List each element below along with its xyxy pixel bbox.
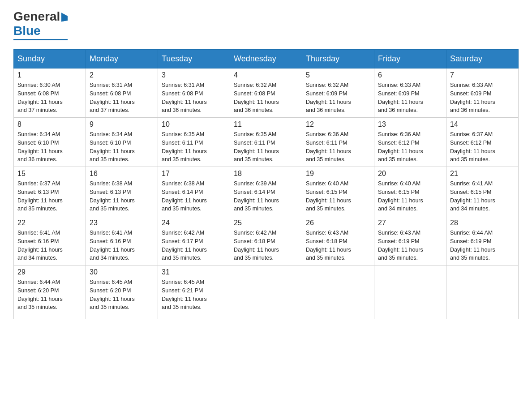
day-number: 2 [90,71,154,79]
logo-underline [13,39,68,40]
calendar-cell: 16Sunrise: 6:38 AM Sunset: 6:13 PM Dayli… [86,167,158,216]
calendar-cell: 2Sunrise: 6:31 AM Sunset: 6:08 PM Daylig… [86,68,158,118]
logo: General Blue [13,9,68,40]
day-info: Sunrise: 6:41 AM Sunset: 6:15 PM Dayligh… [450,180,515,213]
calendar-cell: 18Sunrise: 6:39 AM Sunset: 6:14 PM Dayli… [230,167,302,216]
day-number: 23 [90,219,154,227]
day-info: Sunrise: 6:43 AM Sunset: 6:18 PM Dayligh… [306,229,370,262]
calendar-cell: 29Sunrise: 6:44 AM Sunset: 6:20 PM Dayli… [14,265,86,319]
weekday-header-thursday: Thursday [302,50,374,68]
day-info: Sunrise: 6:33 AM Sunset: 6:09 PM Dayligh… [450,81,515,115]
day-info: Sunrise: 6:44 AM Sunset: 6:20 PM Dayligh… [17,278,82,312]
day-info: Sunrise: 6:41 AM Sunset: 6:16 PM Dayligh… [17,229,82,262]
calendar-cell: 3Sunrise: 6:31 AM Sunset: 6:08 PM Daylig… [158,68,230,118]
day-info: Sunrise: 6:40 AM Sunset: 6:15 PM Dayligh… [306,180,370,213]
day-number: 30 [90,268,154,276]
weekday-header-friday: Friday [374,50,446,68]
calendar-cell: 11Sunrise: 6:35 AM Sunset: 6:11 PM Dayli… [230,118,302,167]
day-number: 31 [162,268,226,276]
day-number: 12 [306,120,370,128]
day-number: 18 [234,170,298,178]
day-number: 21 [450,170,515,178]
calendar-cell: 5Sunrise: 6:32 AM Sunset: 6:09 PM Daylig… [302,68,374,118]
logo-arrow-icon [61,12,68,21]
day-info: Sunrise: 6:43 AM Sunset: 6:19 PM Dayligh… [378,229,442,262]
day-info: Sunrise: 6:31 AM Sunset: 6:08 PM Dayligh… [90,81,154,115]
day-number: 25 [234,219,298,227]
day-number: 9 [90,120,154,128]
day-info: Sunrise: 6:32 AM Sunset: 6:09 PM Dayligh… [306,81,370,115]
calendar-cell [446,265,519,319]
day-info: Sunrise: 6:34 AM Sunset: 6:10 PM Dayligh… [17,130,82,164]
calendar-cell: 13Sunrise: 6:36 AM Sunset: 6:12 PM Dayli… [374,118,446,167]
day-number: 16 [90,170,154,178]
calendar-cell [374,265,446,319]
weekday-header-saturday: Saturday [446,50,519,68]
day-number: 11 [234,120,298,128]
day-info: Sunrise: 6:41 AM Sunset: 6:16 PM Dayligh… [90,229,154,262]
day-info: Sunrise: 6:33 AM Sunset: 6:09 PM Dayligh… [378,81,442,115]
day-info: Sunrise: 6:45 AM Sunset: 6:21 PM Dayligh… [162,278,226,312]
day-number: 17 [162,170,226,178]
calendar-cell [230,265,302,319]
day-number: 26 [306,219,370,227]
day-info: Sunrise: 6:42 AM Sunset: 6:17 PM Dayligh… [162,229,226,262]
calendar-cell: 21Sunrise: 6:41 AM Sunset: 6:15 PM Dayli… [446,167,519,216]
page-header: General Blue [13,9,519,40]
calendar-cell: 27Sunrise: 6:43 AM Sunset: 6:19 PM Dayli… [374,216,446,265]
day-info: Sunrise: 6:42 AM Sunset: 6:18 PM Dayligh… [234,229,298,262]
day-number: 10 [162,120,226,128]
calendar-cell [302,265,374,319]
day-number: 20 [378,170,442,178]
day-info: Sunrise: 6:38 AM Sunset: 6:13 PM Dayligh… [90,180,154,213]
day-number: 14 [450,120,515,128]
logo-blue: Blue [13,23,41,39]
day-number: 22 [17,219,82,227]
day-info: Sunrise: 6:40 AM Sunset: 6:15 PM Dayligh… [378,180,442,213]
calendar-cell: 6Sunrise: 6:33 AM Sunset: 6:09 PM Daylig… [374,68,446,118]
day-number: 27 [378,219,442,227]
day-info: Sunrise: 6:38 AM Sunset: 6:14 PM Dayligh… [162,180,226,213]
calendar-cell: 14Sunrise: 6:37 AM Sunset: 6:12 PM Dayli… [446,118,519,167]
day-info: Sunrise: 6:31 AM Sunset: 6:08 PM Dayligh… [162,81,226,115]
calendar-cell: 12Sunrise: 6:36 AM Sunset: 6:11 PM Dayli… [302,118,374,167]
calendar-cell: 8Sunrise: 6:34 AM Sunset: 6:10 PM Daylig… [14,118,86,167]
logo-general: General [13,9,60,24]
day-number: 6 [378,71,442,79]
day-number: 3 [162,71,226,79]
weekday-header-tuesday: Tuesday [158,50,230,68]
calendar-cell: 25Sunrise: 6:42 AM Sunset: 6:18 PM Dayli… [230,216,302,265]
calendar-cell: 4Sunrise: 6:32 AM Sunset: 6:08 PM Daylig… [230,68,302,118]
calendar-cell: 22Sunrise: 6:41 AM Sunset: 6:16 PM Dayli… [14,216,86,265]
calendar-cell: 30Sunrise: 6:45 AM Sunset: 6:20 PM Dayli… [86,265,158,319]
weekday-header-wednesday: Wednesday [230,50,302,68]
day-info: Sunrise: 6:30 AM Sunset: 6:08 PM Dayligh… [17,81,82,115]
calendar-cell: 1Sunrise: 6:30 AM Sunset: 6:08 PM Daylig… [14,68,86,118]
day-number: 28 [450,219,515,227]
calendar-cell: 7Sunrise: 6:33 AM Sunset: 6:09 PM Daylig… [446,68,519,118]
day-info: Sunrise: 6:36 AM Sunset: 6:11 PM Dayligh… [306,130,370,164]
calendar-cell: 23Sunrise: 6:41 AM Sunset: 6:16 PM Dayli… [86,216,158,265]
day-number: 19 [306,170,370,178]
calendar-cell: 20Sunrise: 6:40 AM Sunset: 6:15 PM Dayli… [374,167,446,216]
calendar-cell: 26Sunrise: 6:43 AM Sunset: 6:18 PM Dayli… [302,216,374,265]
day-number: 29 [17,268,82,276]
day-info: Sunrise: 6:44 AM Sunset: 6:19 PM Dayligh… [450,229,515,262]
day-number: 13 [378,120,442,128]
day-info: Sunrise: 6:37 AM Sunset: 6:13 PM Dayligh… [17,180,82,213]
calendar-cell: 17Sunrise: 6:38 AM Sunset: 6:14 PM Dayli… [158,167,230,216]
day-number: 24 [162,219,226,227]
calendar-cell: 24Sunrise: 6:42 AM Sunset: 6:17 PM Dayli… [158,216,230,265]
day-number: 7 [450,71,515,79]
weekday-header-monday: Monday [86,50,158,68]
day-info: Sunrise: 6:36 AM Sunset: 6:12 PM Dayligh… [378,130,442,164]
day-number: 8 [17,120,82,128]
day-info: Sunrise: 6:34 AM Sunset: 6:10 PM Dayligh… [90,130,154,164]
calendar-cell: 28Sunrise: 6:44 AM Sunset: 6:19 PM Dayli… [446,216,519,265]
calendar-table: SundayMondayTuesdayWednesdayThursdayFrid… [13,49,519,319]
calendar-cell: 31Sunrise: 6:45 AM Sunset: 6:21 PM Dayli… [158,265,230,319]
day-number: 1 [17,71,82,79]
calendar-cell: 10Sunrise: 6:35 AM Sunset: 6:11 PM Dayli… [158,118,230,167]
day-info: Sunrise: 6:39 AM Sunset: 6:14 PM Dayligh… [234,180,298,213]
day-number: 4 [234,71,298,79]
